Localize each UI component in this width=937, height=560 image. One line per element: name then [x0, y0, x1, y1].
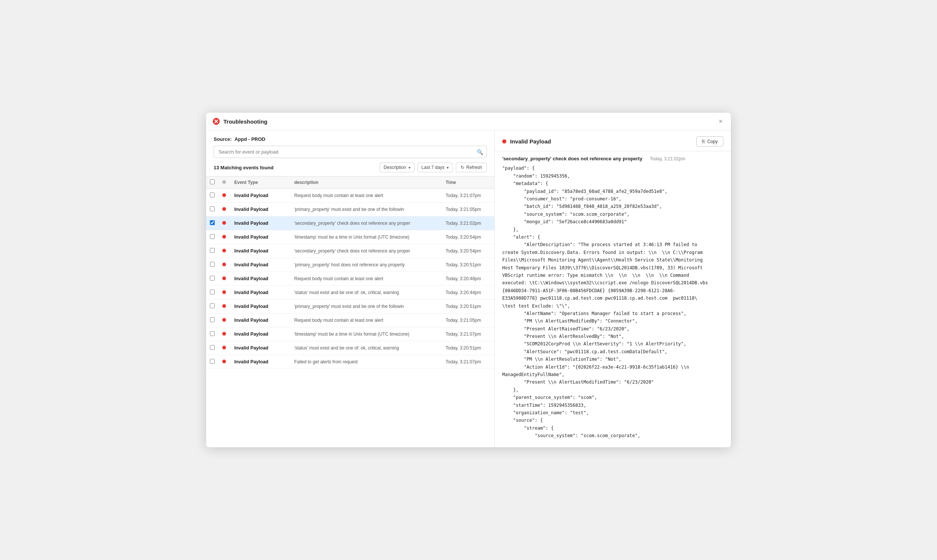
- row-select-checkbox[interactable]: [210, 262, 215, 267]
- table-row[interactable]: Invalid Payload 'primary_property' must …: [206, 300, 495, 314]
- row-checkbox: [206, 230, 219, 244]
- title-bar: Troubleshooting ×: [206, 113, 731, 130]
- table-row[interactable]: Invalid Payload Request body must contai…: [206, 314, 495, 328]
- row-time: Today, 3:20:51pm: [442, 258, 495, 272]
- status-dot: [222, 221, 226, 225]
- table-row[interactable]: Invalid Payload Request body must contai…: [206, 189, 495, 203]
- status-dot: [222, 318, 226, 322]
- row-select-checkbox[interactable]: [210, 359, 215, 364]
- row-select-checkbox[interactable]: [210, 192, 215, 197]
- status-header-dot: [222, 180, 226, 184]
- row-status: [219, 230, 231, 244]
- row-event-type: Invalid Payload: [231, 314, 290, 328]
- row-checkbox: [206, 328, 219, 341]
- row-time: Today, 3:21:07pm: [442, 328, 495, 341]
- row-select-checkbox[interactable]: [210, 331, 215, 336]
- refresh-icon: ↻: [461, 165, 464, 170]
- row-description: 'timestamp' must be a time in Unix forma…: [290, 230, 442, 244]
- copy-button[interactable]: ⎘ Copy: [697, 136, 723, 146]
- row-status: [219, 258, 231, 272]
- time-filter-button[interactable]: Last 7 days ▾: [418, 163, 453, 172]
- row-description: 'timestamp' must be a time in Unix forma…: [290, 328, 442, 341]
- right-panel: Invalid Payload ⎘ Copy 'secondary_proper…: [495, 130, 731, 447]
- table-row[interactable]: Invalid Payload 'secondary_property' che…: [206, 217, 495, 230]
- description-filter-button[interactable]: Description ▾: [380, 163, 415, 172]
- row-select-checkbox[interactable]: [210, 317, 215, 322]
- status-dot: [222, 290, 226, 294]
- row-event-type: Invalid Payload: [231, 341, 290, 355]
- detail-meta: 'secondary_property' check does not refe…: [495, 151, 731, 165]
- main-body: Source: Appd - PROD 🔍 13 Matching events…: [206, 130, 731, 447]
- search-input-wrap: 🔍: [214, 146, 487, 158]
- refresh-button[interactable]: ↻ Refresh: [456, 163, 487, 172]
- row-select-checkbox[interactable]: [210, 234, 215, 239]
- source-label: Source:: [214, 136, 232, 142]
- row-description: Request body must contain at least one a…: [290, 189, 442, 203]
- row-checkbox: [206, 217, 219, 230]
- row-status: [219, 355, 231, 369]
- filter-bar: 13 Matching events found Description ▾ L…: [206, 163, 495, 176]
- table-row[interactable]: Invalid Payload 'timestamp' must be a ti…: [206, 328, 495, 341]
- row-status: [219, 203, 231, 217]
- row-time: Today, 3:20:54pm: [442, 230, 495, 244]
- row-status: [219, 314, 231, 328]
- row-time: Today, 3:20:44pm: [442, 286, 495, 300]
- app-icon: [212, 117, 220, 126]
- status-dot: [222, 277, 226, 280]
- row-status: [219, 189, 231, 203]
- select-all-checkbox[interactable]: [210, 179, 215, 184]
- search-bar: 🔍: [206, 146, 495, 163]
- source-bar: Source: Appd - PROD: [206, 130, 495, 146]
- row-checkbox: [206, 355, 219, 369]
- row-select-checkbox[interactable]: [210, 303, 215, 308]
- row-select-checkbox[interactable]: [210, 289, 215, 294]
- detail-status-dot: [502, 139, 506, 143]
- status-dot: [222, 207, 226, 211]
- row-event-type: Invalid Payload: [231, 272, 290, 286]
- row-select-checkbox[interactable]: [210, 345, 215, 350]
- row-select-checkbox[interactable]: [210, 248, 215, 253]
- row-checkbox: [206, 286, 219, 300]
- row-event-type: Invalid Payload: [231, 258, 290, 272]
- table-row[interactable]: Invalid Payload 'status' must exist and …: [206, 341, 495, 355]
- refresh-label: Refresh: [466, 165, 482, 170]
- row-time: Today, 3:20:51pm: [442, 341, 495, 355]
- troubleshooting-window: Troubleshooting × Source: Appd - PROD 🔍 …: [206, 113, 731, 447]
- col-time: Time: [442, 177, 495, 189]
- row-description: 'status' must exist and be one of: ok, c…: [290, 286, 442, 300]
- table-row[interactable]: Invalid Payload Failed to get alerts fro…: [206, 355, 495, 369]
- time-filter-label: Last 7 days: [422, 165, 444, 170]
- events-table-element: Event Type description Time Invalid Payl…: [206, 176, 495, 369]
- row-select-checkbox[interactable]: [210, 220, 215, 225]
- col-checkbox: [206, 177, 219, 189]
- table-row[interactable]: Invalid Payload 'status' must exist and …: [206, 286, 495, 300]
- row-checkbox: [206, 258, 219, 272]
- row-event-type: Invalid Payload: [231, 217, 290, 230]
- row-status: [219, 341, 231, 355]
- row-status: [219, 244, 231, 258]
- table-row[interactable]: Invalid Payload 'primary_property' host …: [206, 258, 495, 272]
- search-input[interactable]: [214, 146, 487, 158]
- detail-header: Invalid Payload ⎘ Copy: [495, 130, 731, 151]
- status-dot: [222, 263, 226, 266]
- row-checkbox: [206, 203, 219, 217]
- copy-label: Copy: [707, 139, 718, 144]
- row-event-type: Invalid Payload: [231, 286, 290, 300]
- row-description: Request body must contain at least one a…: [290, 314, 442, 328]
- row-select-checkbox[interactable]: [210, 276, 215, 280]
- row-checkbox: [206, 314, 219, 328]
- row-time: Today, 3:21:07pm: [442, 189, 495, 203]
- table-row[interactable]: Invalid Payload 'primary_property' must …: [206, 203, 495, 217]
- detail-title: Invalid Payload: [510, 138, 693, 145]
- row-time: Today, 3:21:05pm: [442, 314, 495, 328]
- status-dot: [222, 332, 226, 335]
- row-status: [219, 328, 231, 341]
- close-button[interactable]: ×: [716, 117, 725, 126]
- table-row[interactable]: Invalid Payload 'timestamp' must be a ti…: [206, 230, 495, 244]
- row-checkbox: [206, 300, 219, 314]
- row-checkbox: [206, 189, 219, 203]
- table-row[interactable]: Invalid Payload 'secondary_property' che…: [206, 244, 495, 258]
- table-row[interactable]: Invalid Payload Request body must contai…: [206, 272, 495, 286]
- row-description: 'primary_property' must exist and be one…: [290, 203, 442, 217]
- row-select-checkbox[interactable]: [210, 206, 215, 211]
